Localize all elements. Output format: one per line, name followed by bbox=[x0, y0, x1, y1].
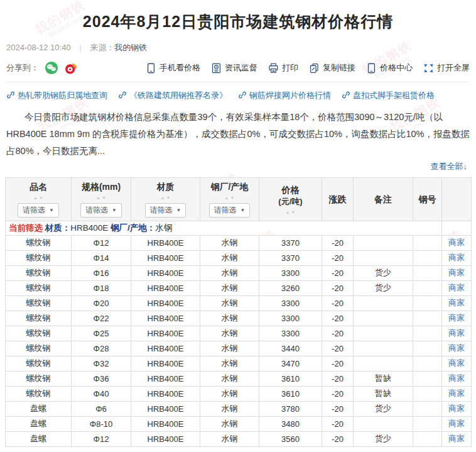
sort-icon[interactable]: ▲▼ bbox=[133, 194, 198, 200]
cell-steel_no bbox=[413, 250, 442, 265]
cell-steel_no bbox=[413, 235, 442, 250]
column-header[interactable]: 价格(元/吨)▲▼ bbox=[259, 178, 322, 221]
cell-steel_no bbox=[413, 371, 442, 386]
merchant-link[interactable]: 商家 bbox=[448, 283, 465, 292]
quick-link[interactable]: 热轧带肋钢筋归属地查询 bbox=[6, 90, 107, 101]
filter-dropdown[interactable]: 请筛选▼ bbox=[18, 203, 59, 218]
cell-mill: 水钢 bbox=[200, 250, 259, 265]
cell-price: 3260 bbox=[259, 280, 322, 295]
merchant-link[interactable]: 商家 bbox=[448, 253, 465, 262]
cell-spec: Φ25 bbox=[72, 326, 131, 341]
table-row: 螺纹钢Φ32HRB400E水钢3470-20商家 bbox=[6, 356, 472, 371]
quick-link[interactable]: 钢筋焊接网片价格行情 bbox=[238, 90, 331, 101]
column-header[interactable]: 规格(mm)▲▼请筛选▼ bbox=[72, 178, 131, 221]
monitor-badge-icon bbox=[211, 63, 222, 74]
cell-material: HRB400E bbox=[131, 401, 200, 416]
merchant-link[interactable]: 商家 bbox=[448, 404, 465, 413]
merchant-link[interactable]: 商家 bbox=[448, 434, 465, 443]
table-row: 盘螺Φ12HRB400E水钢3560-20货少商家 bbox=[6, 431, 472, 446]
cell-merchant: 商家 bbox=[442, 371, 472, 386]
cell-steel_no bbox=[413, 341, 442, 356]
cell-name: 螺纹钢 bbox=[6, 341, 72, 356]
cell-remark bbox=[354, 295, 413, 311]
quick-link[interactable]: 盘扣式脚手架租赁价格 bbox=[342, 90, 435, 101]
article-meta: 2024-08-12 10:40 | 来源：我的钢铁 bbox=[6, 42, 476, 53]
column-header[interactable]: 材质▲▼请筛选▼ bbox=[131, 178, 200, 221]
cell-merchant: 商家 bbox=[442, 235, 472, 250]
chevron-down-icon: ▼ bbox=[176, 207, 181, 213]
cell-steel_no bbox=[413, 431, 442, 446]
current-filter-row: 当前筛选 材质：HRB400E 钢厂/产地：水钢 bbox=[6, 221, 472, 235]
merchant-link[interactable]: 商家 bbox=[448, 358, 465, 368]
column-header[interactable]: 钢厂/产地▲▼请筛选▼ bbox=[200, 178, 259, 221]
cell-remark: 货少 bbox=[354, 280, 413, 295]
cell-remark bbox=[354, 356, 413, 371]
merchant-link[interactable]: 商家 bbox=[448, 419, 465, 428]
sort-icon[interactable]: ▲▼ bbox=[261, 209, 320, 214]
merchant-link[interactable]: 商家 bbox=[448, 343, 465, 353]
source-label: 来源： bbox=[90, 43, 114, 52]
merchant-link[interactable]: 商家 bbox=[448, 328, 465, 338]
cell-name: 螺纹钢 bbox=[6, 250, 72, 265]
cell-remark bbox=[354, 235, 413, 250]
column-label: 钢号 bbox=[414, 194, 440, 206]
fullscreen-icon bbox=[423, 63, 434, 74]
toolbar-price-center[interactable]: 价格中心 bbox=[366, 62, 413, 74]
cell-spec: Φ12 bbox=[72, 235, 131, 250]
toolbar-print[interactable]: 打印 bbox=[268, 62, 298, 74]
column-header[interactable]: 品名▲▼请筛选▼ bbox=[6, 178, 72, 221]
toolbar-fullscreen[interactable]: 打开全屏 bbox=[423, 62, 470, 74]
merchant-link[interactable]: 商家 bbox=[448, 373, 465, 383]
cell-change: -20 bbox=[322, 431, 354, 446]
cell-price: 3780 bbox=[259, 401, 322, 416]
meta-divider: | bbox=[79, 43, 81, 52]
cell-steel_no bbox=[413, 280, 442, 295]
view-all-link[interactable]: 查看全部↓ bbox=[0, 161, 467, 172]
cell-change: -20 bbox=[322, 295, 354, 311]
quick-links-bar: 热轧带肋钢筋归属地查询《铁路建筑用钢推荐名录》钢筋焊接网片价格行情盘扣式脚手架租… bbox=[6, 90, 470, 101]
cell-name: 螺纹钢 bbox=[6, 265, 72, 280]
toolbar-info-monitor[interactable]: 资讯监督 bbox=[211, 62, 257, 74]
toolbar-label: 打开全屏 bbox=[437, 62, 470, 74]
filter-dropdown[interactable]: 请筛选▼ bbox=[209, 203, 251, 218]
cell-spec: Φ12 bbox=[72, 431, 131, 446]
weibo-icon[interactable] bbox=[64, 61, 78, 75]
toolbar-phone-price[interactable]: 手机看价格 bbox=[146, 62, 200, 74]
quick-link[interactable]: 《铁路建筑用钢推荐名录》 bbox=[118, 90, 227, 101]
table-row: 螺纹钢Φ40HRB400E水钢3610-20暂缺商家 bbox=[6, 386, 472, 401]
merchant-link[interactable]: 商家 bbox=[448, 389, 465, 398]
merchant-link[interactable]: 商家 bbox=[448, 238, 465, 247]
toolbar-label: 复制链接 bbox=[323, 62, 355, 74]
cell-spec: Φ28 bbox=[72, 341, 131, 356]
merchant-link[interactable]: 商家 bbox=[448, 268, 465, 277]
printer-icon bbox=[268, 63, 279, 74]
source-name[interactable]: 我的钢铁 bbox=[114, 43, 147, 52]
column-label: 价格 bbox=[261, 185, 320, 196]
cell-steel_no bbox=[413, 295, 442, 311]
cell-spec: Φ20 bbox=[72, 295, 131, 311]
filter-dropdown[interactable]: 请筛选▼ bbox=[145, 203, 187, 218]
cell-material: HRB400E bbox=[131, 371, 200, 386]
cell-merchant: 商家 bbox=[442, 326, 472, 341]
cell-merchant: 商家 bbox=[442, 311, 472, 326]
cell-price: 3480 bbox=[259, 416, 322, 431]
cell-merchant: 商家 bbox=[442, 280, 472, 295]
table-row: 螺纹钢Φ18HRB400E水钢3260-20货少商家 bbox=[6, 280, 472, 295]
cell-steel_no bbox=[413, 326, 442, 341]
cell-merchant: 商家 bbox=[442, 401, 472, 416]
merchant-link[interactable]: 商家 bbox=[448, 298, 465, 307]
cell-price: 3300 bbox=[259, 326, 322, 341]
sort-icon[interactable]: ▲▼ bbox=[202, 194, 257, 200]
toolbar-copy-link[interactable]: 复制链接 bbox=[309, 62, 355, 74]
filter-dropdown[interactable]: 请筛选▼ bbox=[80, 203, 122, 218]
sort-icon[interactable]: ▲▼ bbox=[73, 194, 129, 200]
column-label: 钢厂/产地 bbox=[202, 182, 257, 193]
merchant-link[interactable]: 商家 bbox=[448, 313, 465, 322]
share-bar: 分享到： bbox=[6, 61, 78, 75]
cell-mill: 水钢 bbox=[200, 235, 259, 250]
cell-material: HRB400E bbox=[131, 295, 200, 311]
cell-remark: 暂缺 bbox=[354, 371, 413, 386]
cell-material: HRB400E bbox=[131, 265, 200, 280]
sort-icon[interactable]: ▲▼ bbox=[7, 194, 70, 200]
wechat-icon[interactable] bbox=[45, 61, 58, 75]
